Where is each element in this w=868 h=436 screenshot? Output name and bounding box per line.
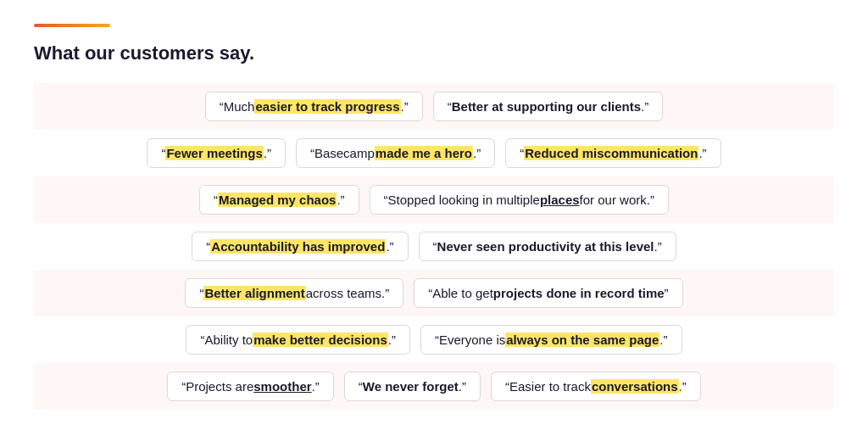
quote-pill: “Stopped looking in multiple places for … <box>370 185 669 215</box>
quote-pill: “Basecamp made me a hero.” <box>296 138 495 168</box>
quote-text-part: .” <box>401 99 409 114</box>
quote-pill: “Managed my chaos.” <box>199 185 359 215</box>
quote-text-part: .” <box>659 333 667 347</box>
quote-text-part: “Much <box>220 99 255 114</box>
quote-text-part: “Able to get <box>428 286 493 300</box>
quote-text-part: “Projects are <box>181 379 253 394</box>
quote-pill: “Better alignment across teams.” <box>185 278 403 308</box>
quote-text-part: “Basecamp <box>310 146 375 160</box>
quote-text-part: “Stopped looking in multiple <box>384 193 540 207</box>
page: What our customers say. “Much easier to … <box>0 0 868 427</box>
quote-text-part: Accountability has improved <box>210 239 386 254</box>
quote-text-part: .” <box>679 379 687 394</box>
quote-text-part: .” <box>264 146 271 160</box>
quote-text-part: .” <box>473 146 481 160</box>
section-title: What our customers say. <box>34 42 834 64</box>
quote-pill: “Never seen productivity at this level.” <box>419 232 676 261</box>
quote-text-part: Better alignment <box>203 286 305 300</box>
quote-text-part: projects done in record time <box>493 286 665 300</box>
quote-text-part: Fewer meetings <box>165 146 263 160</box>
quote-pill: “Easier to track conversations.” <box>491 372 701 401</box>
quote-text-part: Better at supporting our clients <box>452 99 641 114</box>
quote-text-part: “Ability to <box>200 333 253 347</box>
quote-row: “Much easier to track progress.”“Better … <box>34 83 834 130</box>
quote-text-part: .” <box>641 99 648 114</box>
quote-pill: “Everyone is always on the same page.” <box>420 325 682 355</box>
quote-text-part: ” <box>665 286 669 300</box>
quote-text-part: Managed my chaos <box>218 193 337 207</box>
quote-text-part: for our work.” <box>580 193 654 207</box>
quote-pill: “Better at supporting our clients.” <box>433 92 664 121</box>
quote-pill: “Much easier to track progress.” <box>205 92 423 121</box>
quote-text-part: “Easier to track <box>505 379 591 394</box>
accent-line <box>34 24 110 27</box>
quote-text-part: .” <box>459 379 466 394</box>
quote-text-part: .” <box>654 239 661 254</box>
quote-pill: “We never forget.” <box>344 372 481 401</box>
quote-pill: “Projects are smoother.” <box>167 372 334 401</box>
quote-text-part: across teams.” <box>306 286 389 300</box>
quote-text-part: Reduced miscommunication <box>524 146 698 160</box>
quote-text-part: always on the same page <box>505 333 659 347</box>
quote-text-part: “Everyone is <box>435 333 505 347</box>
quotes-container: “Much easier to track progress.”“Better … <box>34 83 834 410</box>
quote-pill: “Ability to make better decisions.” <box>186 325 409 355</box>
quote-pill: “Reduced miscommunication.” <box>505 138 721 168</box>
quote-text-part: .” <box>312 379 320 394</box>
quote-text-part: We never forget <box>363 379 459 394</box>
quote-pill: “Fewer meetings.” <box>147 138 286 168</box>
quote-text-part: .” <box>698 146 706 160</box>
quote-pill: “Accountability has improved.” <box>192 232 408 261</box>
quote-text-part: places <box>540 193 580 207</box>
quote-row: “Ability to make better decisions.”“Ever… <box>34 316 834 363</box>
quote-row: “Managed my chaos.”“Stopped looking in m… <box>34 176 834 223</box>
quote-text-part: made me a hero <box>375 146 473 160</box>
quote-text-part: .” <box>386 239 393 254</box>
quote-text-part: easier to track progress <box>254 99 400 114</box>
quote-text-part: smoother <box>253 379 311 394</box>
quote-row: “Accountability has improved.”“Never see… <box>34 223 834 270</box>
quote-row: “Fewer meetings.”“Basecamp made me a her… <box>34 130 834 176</box>
quote-text-part: conversations <box>591 379 679 394</box>
quote-text-part: .” <box>388 333 396 347</box>
quote-pill: “Able to get projects done in record tim… <box>414 278 682 308</box>
quote-row: “Projects are smoother.”“We never forget… <box>34 363 834 410</box>
quote-row: “Better alignment across teams.”“Able to… <box>34 270 834 316</box>
quote-text-part: Never seen productivity at this level <box>437 239 654 254</box>
quote-text-part: .” <box>337 193 344 207</box>
quote-text-part: make better decisions <box>253 333 388 347</box>
